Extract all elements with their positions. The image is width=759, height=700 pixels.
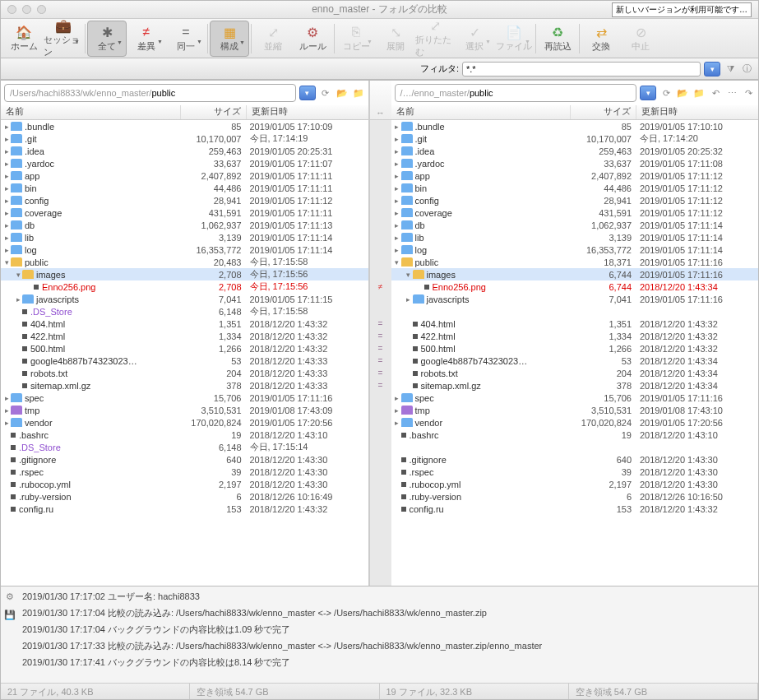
file-row[interactable]: ▸app2,407,8922019/01/05 17:11:11 [1,169,368,182]
tb-差異[interactable]: ≠差異▼ [127,21,166,57]
open-folder-icon[interactable]: 📂 [336,86,349,100]
file-row[interactable]: ▸.yardoc33,6372019/01/05 17:11:08 [391,157,759,169]
file-row[interactable]: robots.txt2042018/12/20 1:43:34 [391,367,759,379]
refresh-icon[interactable]: ⟳ [319,86,332,100]
file-row[interactable] [391,305,759,318]
file-row[interactable]: 500.html1,2662018/12/20 1:43:32 [1,342,368,355]
file-row[interactable]: ▾public20,483今日, 17:15:58 [1,256,368,268]
folder-icon[interactable]: 📁 [352,86,365,100]
file-row[interactable]: Enno256.png2,708今日, 17:15:56 [1,280,368,293]
file-row[interactable]: ▸config28,9412019/01/05 17:11:12 [391,194,759,206]
right-path-dd[interactable]: ▾ [640,86,656,100]
col-date[interactable]: 更新日時 [636,105,758,119]
tb-全て[interactable]: ✱全て▼ [87,21,127,57]
filter-input[interactable] [462,62,701,76]
file-row[interactable] [391,441,759,453]
file-row[interactable]: ▸.idea259,4632019/01/05 20:25:31 [1,145,368,157]
file-row[interactable]: ▾images2,708今日, 17:15:56 [1,268,368,280]
back-icon[interactable]: ↶ [709,86,722,100]
file-row[interactable]: ▸coverage431,5912019/01/05 17:11:12 [391,206,759,219]
file-row[interactable]: ▾public18,3712019/01/05 17:11:16 [391,256,759,268]
file-row[interactable]: ▸db1,062,9372019/01/05 17:11:13 [1,219,368,231]
file-row[interactable]: .rubocop.yml2,1972018/12/20 1:43:30 [391,478,759,490]
file-row[interactable]: google4b887b74323023…532018/12/20 1:43:3… [391,355,759,367]
tb-交換[interactable]: ⇄交換 [581,21,621,57]
file-row[interactable]: ▸.bundle852019/01/05 17:10:10 [391,120,759,132]
tb-セッション[interactable]: 💼セッション▼ [44,21,83,57]
file-row[interactable]: ▸.bundle852019/01/05 17:10:09 [1,120,368,132]
file-row[interactable]: ▸coverage431,5912019/01/05 17:11:11 [1,206,368,219]
file-row[interactable]: 404.html1,3512018/12/20 1:43:32 [391,318,759,330]
col-size[interactable]: サイズ [181,105,247,119]
file-row[interactable]: ▸lib3,1392019/01/05 17:11:14 [1,231,368,243]
file-row[interactable]: ▸tmp3,510,5312019/01/08 17:43:09 [1,404,368,416]
tb-再読込[interactable]: ♻再読込 [538,21,577,57]
file-row[interactable]: ▸tmp3,510,5312019/01/08 17:43:10 [391,404,759,416]
status-r2: 空き領域 54.7 GB [569,684,758,699]
file-row[interactable]: .ruby-version62018/12/26 10:16:49 [1,490,368,503]
file-row[interactable]: .DS_Store6,148今日, 17:15:58 [1,305,368,318]
col-date[interactable]: 更新日時 [247,105,368,119]
file-row[interactable]: .gitignore6402018/12/20 1:43:30 [1,453,368,466]
file-row[interactable]: ▸.yardoc33,6372019/01/05 17:11:07 [1,157,368,169]
file-row[interactable]: ▸log16,353,7722019/01/05 17:11:14 [1,243,368,256]
file-row[interactable]: .bashrc192018/12/20 1:43:10 [1,429,368,441]
forward-icon[interactable]: ⋯ [725,86,738,100]
file-row[interactable]: ▾images6,7442019/01/05 17:11:16 [391,268,759,280]
col-name[interactable]: 名前 [391,105,572,119]
file-row[interactable]: 422.html1,3342018/12/20 1:43:32 [391,330,759,342]
file-row[interactable]: 500.html1,2662018/12/20 1:43:32 [391,342,759,355]
left-path[interactable]: /Users/hachi8833/wk/enno_master/public [4,84,296,102]
file-row[interactable]: sitemap.xml.gz3782018/12/20 1:43:34 [391,379,759,392]
file-row[interactable]: ▸vendor170,020,8242019/01/05 17:20:56 [391,416,759,429]
file-row[interactable]: sitemap.xml.gz3782018/12/20 1:43:33 [1,379,368,392]
file-row[interactable]: ▸app2,407,8922019/01/05 17:11:12 [391,169,759,182]
col-size[interactable]: サイズ [571,105,636,119]
file-row[interactable]: 404.html1,3512018/12/20 1:43:32 [1,318,368,330]
file-row[interactable]: ▸.idea259,4632019/01/05 20:25:32 [391,145,759,157]
update-button[interactable]: 新しいバージョンが利用可能です… [612,2,752,17]
funnel-icon[interactable]: ⧩ [724,63,737,76]
file-row[interactable]: .gitignore6402018/12/20 1:43:30 [391,453,759,466]
file-row[interactable]: ▸.git10,170,007今日, 17:14:19 [1,132,368,145]
disk-icon[interactable]: 💾 [3,608,16,621]
file-row[interactable]: ▸config28,9412019/01/05 17:11:12 [1,194,368,206]
file-row[interactable]: ▸bin44,4862019/01/05 17:11:12 [391,182,759,194]
file-row[interactable]: .rubocop.yml2,1972018/12/20 1:43:30 [1,478,368,490]
tb-構成[interactable]: ▦構成▼ [210,21,249,57]
tb-ルール[interactable]: ⚙ルール [293,21,332,57]
file-row[interactable]: ▸javascripts7,0412019/01/05 17:11:15 [1,293,368,305]
tb-ホーム[interactable]: 🏠ホーム [4,21,44,57]
more-icon[interactable]: ↷ [742,86,755,100]
file-row[interactable]: .ruby-version62018/12/26 10:16:50 [391,490,759,503]
filter-dropdown[interactable]: ▾ [704,62,720,76]
file-row[interactable]: ▸spec15,7062019/01/05 17:11:16 [1,392,368,404]
file-row[interactable]: ▸javascripts7,0412019/01/05 17:11:16 [391,293,759,305]
file-row[interactable]: ▸db1,062,9372019/01/05 17:11:14 [391,219,759,231]
gear-icon[interactable]: ⚙ [3,590,16,603]
left-path-dd[interactable]: ▾ [299,86,316,100]
file-row[interactable]: config.ru1532018/12/20 1:43:32 [1,503,368,515]
folder-icon[interactable]: 📁 [692,86,706,100]
file-row[interactable]: config.ru1532018/12/20 1:43:32 [391,503,759,515]
file-row[interactable]: ▸.git10,170,007今日, 17:14:20 [391,132,759,145]
file-row[interactable]: ▸lib3,1392019/01/05 17:11:14 [391,231,759,243]
file-row[interactable]: .bashrc192018/12/20 1:43:10 [391,429,759,441]
right-path[interactable]: /…/enno_master/public [395,84,637,102]
file-row[interactable]: ▸bin44,4862019/01/05 17:11:11 [1,182,368,194]
file-row[interactable]: .DS_Store6,148今日, 17:15:14 [1,441,368,453]
info-icon[interactable]: ⓘ [740,63,753,76]
file-row[interactable]: ▸log16,353,7722019/01/05 17:11:14 [391,243,759,256]
open-folder-icon[interactable]: 📂 [676,86,689,100]
file-row[interactable]: ▸spec15,7062019/01/05 17:11:16 [391,392,759,404]
file-row[interactable]: .rspec392018/12/20 1:43:30 [1,466,368,478]
file-row[interactable]: robots.txt2042018/12/20 1:43:33 [1,367,368,379]
file-row[interactable]: .rspec392018/12/20 1:43:30 [391,466,759,478]
col-name[interactable]: 名前 [1,105,181,119]
file-row[interactable]: 422.html1,3342018/12/20 1:43:32 [1,330,368,342]
refresh-icon[interactable]: ⟳ [659,86,673,100]
file-row[interactable]: ▸vendor170,020,8242019/01/05 17:20:56 [1,416,368,429]
tb-同一[interactable]: =同一▼ [166,21,206,57]
file-row[interactable]: Enno256.png6,7442018/12/20 1:43:34 [391,280,759,293]
file-row[interactable]: google4b887b74323023…532018/12/20 1:43:3… [1,355,368,367]
